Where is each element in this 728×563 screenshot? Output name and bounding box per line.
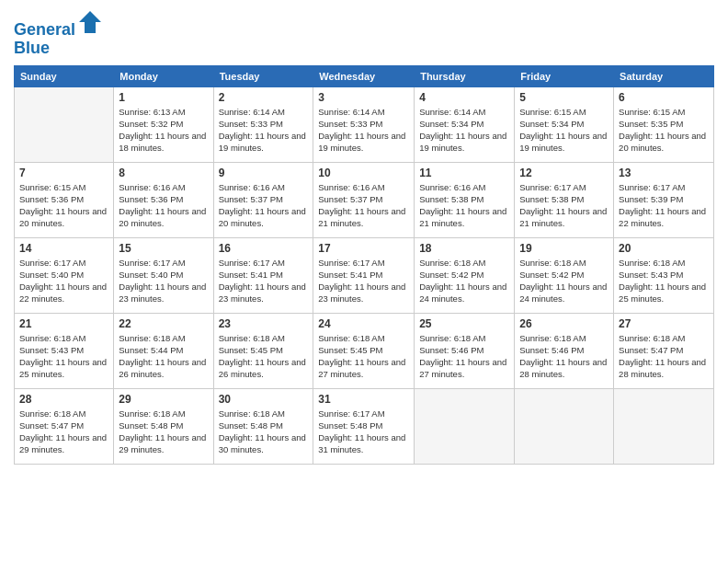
day-number: 27 xyxy=(619,317,709,330)
day-number: 7 xyxy=(19,167,108,179)
calendar-cell xyxy=(515,388,614,464)
calendar-cell: 10Sunrise: 6:16 AMSunset: 5:37 PMDayligh… xyxy=(313,162,415,237)
week-row-3: 14Sunrise: 6:17 AMSunset: 5:40 PMDayligh… xyxy=(15,237,714,313)
cell-info: Sunrise: 6:16 AMSunset: 5:36 PMDaylight:… xyxy=(119,181,208,230)
cell-info: Sunrise: 6:18 AMSunset: 5:47 PMDaylight:… xyxy=(19,408,108,456)
calendar-cell: 1Sunrise: 6:13 AMSunset: 5:32 PMDaylight… xyxy=(114,86,213,162)
cell-info: Sunrise: 6:18 AMSunset: 5:43 PMDaylight:… xyxy=(19,332,108,381)
weekday-header-saturday: Saturday xyxy=(614,65,714,86)
day-number: 21 xyxy=(19,317,108,330)
calendar-cell: 4Sunrise: 6:14 AMSunset: 5:34 PMDaylight… xyxy=(415,86,515,162)
day-number: 14 xyxy=(19,242,108,255)
cell-info: Sunrise: 6:17 AMSunset: 5:39 PMDaylight:… xyxy=(619,181,709,230)
day-number: 26 xyxy=(519,317,609,330)
cell-info: Sunrise: 6:17 AMSunset: 5:48 PMDaylight:… xyxy=(318,408,409,456)
calendar-cell: 26Sunrise: 6:18 AMSunset: 5:46 PMDayligh… xyxy=(515,313,614,388)
weekday-header-monday: Monday xyxy=(114,65,213,86)
cell-info: Sunrise: 6:14 AMSunset: 5:33 PMDaylight:… xyxy=(219,106,309,155)
calendar-cell: 29Sunrise: 6:18 AMSunset: 5:48 PMDayligh… xyxy=(114,388,213,464)
cell-info: Sunrise: 6:18 AMSunset: 5:44 PMDaylight:… xyxy=(119,332,208,381)
week-row-2: 7Sunrise: 6:15 AMSunset: 5:36 PMDaylight… xyxy=(15,162,714,237)
day-number: 10 xyxy=(318,167,409,179)
calendar-cell: 25Sunrise: 6:18 AMSunset: 5:46 PMDayligh… xyxy=(415,313,515,388)
day-number: 2 xyxy=(219,91,309,104)
calendar-cell: 23Sunrise: 6:18 AMSunset: 5:45 PMDayligh… xyxy=(213,313,313,388)
week-row-1: 1Sunrise: 6:13 AMSunset: 5:32 PMDaylight… xyxy=(15,86,714,162)
cell-info: Sunrise: 6:17 AMSunset: 5:40 PMDaylight:… xyxy=(119,257,208,305)
calendar-cell: 3Sunrise: 6:14 AMSunset: 5:33 PMDaylight… xyxy=(313,86,415,162)
logo-general: General xyxy=(14,20,75,39)
cell-info: Sunrise: 6:13 AMSunset: 5:32 PMDaylight:… xyxy=(119,106,208,155)
day-number: 24 xyxy=(318,317,409,330)
cell-info: Sunrise: 6:18 AMSunset: 5:46 PMDaylight:… xyxy=(419,332,509,381)
day-number: 9 xyxy=(219,167,309,179)
calendar-cell: 15Sunrise: 6:17 AMSunset: 5:40 PMDayligh… xyxy=(114,237,213,313)
cell-info: Sunrise: 6:17 AMSunset: 5:40 PMDaylight:… xyxy=(19,257,108,305)
cell-info: Sunrise: 6:18 AMSunset: 5:42 PMDaylight:… xyxy=(519,257,609,305)
day-number: 22 xyxy=(119,317,208,330)
weekday-header-friday: Friday xyxy=(515,65,614,86)
cell-info: Sunrise: 6:18 AMSunset: 5:47 PMDaylight:… xyxy=(619,332,709,381)
logo-icon xyxy=(77,9,103,35)
day-number: 28 xyxy=(19,393,108,406)
calendar-cell xyxy=(415,388,515,464)
logo: General Blue xyxy=(14,9,103,58)
weekday-header-wednesday: Wednesday xyxy=(313,65,415,86)
day-number: 17 xyxy=(318,242,409,255)
calendar-cell: 9Sunrise: 6:16 AMSunset: 5:37 PMDaylight… xyxy=(213,162,313,237)
calendar-cell: 8Sunrise: 6:16 AMSunset: 5:36 PMDaylight… xyxy=(114,162,213,237)
cell-info: Sunrise: 6:16 AMSunset: 5:38 PMDaylight:… xyxy=(419,181,509,230)
cell-info: Sunrise: 6:18 AMSunset: 5:48 PMDaylight:… xyxy=(219,408,309,456)
calendar-cell xyxy=(614,388,714,464)
day-number: 19 xyxy=(519,242,609,255)
logo-blue: Blue xyxy=(14,40,103,58)
weekday-header-tuesday: Tuesday xyxy=(213,65,313,86)
calendar-cell: 24Sunrise: 6:18 AMSunset: 5:45 PMDayligh… xyxy=(313,313,415,388)
page: General Blue SundayMondayTuesdayWednesda… xyxy=(0,0,728,563)
day-number: 13 xyxy=(619,167,709,179)
cell-info: Sunrise: 6:18 AMSunset: 5:42 PMDaylight:… xyxy=(419,257,509,305)
calendar-cell: 6Sunrise: 6:15 AMSunset: 5:35 PMDaylight… xyxy=(614,86,714,162)
cell-info: Sunrise: 6:15 AMSunset: 5:35 PMDaylight:… xyxy=(619,106,709,155)
calendar-cell: 22Sunrise: 6:18 AMSunset: 5:44 PMDayligh… xyxy=(114,313,213,388)
week-row-5: 28Sunrise: 6:18 AMSunset: 5:47 PMDayligh… xyxy=(15,388,714,464)
calendar-cell: 12Sunrise: 6:17 AMSunset: 5:38 PMDayligh… xyxy=(515,162,614,237)
cell-info: Sunrise: 6:17 AMSunset: 5:38 PMDaylight:… xyxy=(519,181,609,230)
cell-info: Sunrise: 6:16 AMSunset: 5:37 PMDaylight:… xyxy=(318,181,409,230)
day-number: 3 xyxy=(318,91,409,104)
cell-info: Sunrise: 6:16 AMSunset: 5:37 PMDaylight:… xyxy=(219,181,309,230)
cell-info: Sunrise: 6:14 AMSunset: 5:34 PMDaylight:… xyxy=(419,106,509,155)
cell-info: Sunrise: 6:18 AMSunset: 5:45 PMDaylight:… xyxy=(219,332,309,381)
day-number: 12 xyxy=(519,167,609,179)
cell-info: Sunrise: 6:14 AMSunset: 5:33 PMDaylight:… xyxy=(318,106,409,155)
calendar-cell: 19Sunrise: 6:18 AMSunset: 5:42 PMDayligh… xyxy=(515,237,614,313)
calendar-cell: 11Sunrise: 6:16 AMSunset: 5:38 PMDayligh… xyxy=(415,162,515,237)
cell-info: Sunrise: 6:15 AMSunset: 5:34 PMDaylight:… xyxy=(519,106,609,155)
day-number: 15 xyxy=(119,242,208,255)
calendar-cell: 5Sunrise: 6:15 AMSunset: 5:34 PMDaylight… xyxy=(515,86,614,162)
cell-info: Sunrise: 6:15 AMSunset: 5:36 PMDaylight:… xyxy=(19,181,108,230)
calendar-cell: 21Sunrise: 6:18 AMSunset: 5:43 PMDayligh… xyxy=(15,313,114,388)
day-number: 30 xyxy=(219,393,309,406)
day-number: 6 xyxy=(619,91,709,104)
calendar-table: SundayMondayTuesdayWednesdayThursdayFrid… xyxy=(14,65,714,465)
header: General Blue xyxy=(14,9,714,58)
calendar-cell: 2Sunrise: 6:14 AMSunset: 5:33 PMDaylight… xyxy=(213,86,313,162)
calendar-cell: 20Sunrise: 6:18 AMSunset: 5:43 PMDayligh… xyxy=(614,237,714,313)
day-number: 4 xyxy=(419,91,509,104)
cell-info: Sunrise: 6:17 AMSunset: 5:41 PMDaylight:… xyxy=(219,257,309,305)
calendar-cell: 28Sunrise: 6:18 AMSunset: 5:47 PMDayligh… xyxy=(15,388,114,464)
calendar-cell: 27Sunrise: 6:18 AMSunset: 5:47 PMDayligh… xyxy=(614,313,714,388)
day-number: 5 xyxy=(519,91,609,104)
weekday-header-sunday: Sunday xyxy=(15,65,114,86)
calendar-cell: 30Sunrise: 6:18 AMSunset: 5:48 PMDayligh… xyxy=(213,388,313,464)
logo-text: General xyxy=(14,9,103,40)
day-number: 29 xyxy=(119,393,208,406)
cell-info: Sunrise: 6:18 AMSunset: 5:48 PMDaylight:… xyxy=(119,408,208,456)
day-number: 25 xyxy=(419,317,509,330)
calendar-cell: 18Sunrise: 6:18 AMSunset: 5:42 PMDayligh… xyxy=(415,237,515,313)
cell-info: Sunrise: 6:18 AMSunset: 5:45 PMDaylight:… xyxy=(318,332,409,381)
day-number: 1 xyxy=(119,91,208,104)
calendar-cell xyxy=(15,86,114,162)
calendar-cell: 31Sunrise: 6:17 AMSunset: 5:48 PMDayligh… xyxy=(313,388,415,464)
